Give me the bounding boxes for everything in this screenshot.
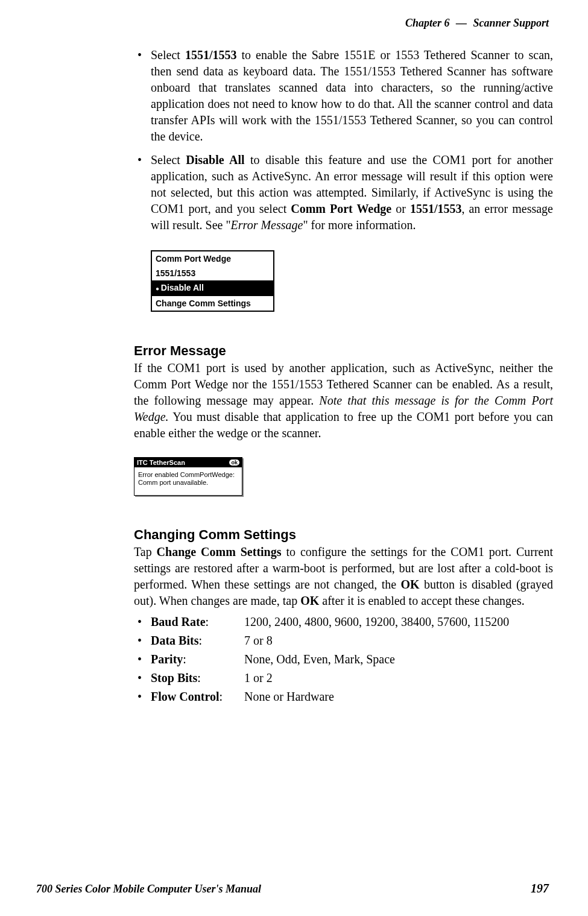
page-footer: 700 Series Color Mobile Computer User's … xyxy=(36,882,549,895)
setting-value: 1200, 2400, 4800, 9600, 19200, 38400, 57… xyxy=(244,613,553,631)
bold-1551-2: 1551/1553 xyxy=(410,202,462,215)
header-dash: — xyxy=(456,17,467,29)
label-text: Flow Control xyxy=(151,690,220,703)
footer-manual-title: 700 Series Color Mobile Computer User's … xyxy=(36,883,261,895)
bold-1551: 1551/1553 xyxy=(185,48,237,62)
label-text: Parity xyxy=(151,652,183,666)
dialog-title: ITC TetherScan xyxy=(137,459,185,466)
italic-error-message: Error Message xyxy=(231,218,303,232)
page-header: Chapter 6 — Scanner Support xyxy=(405,17,549,30)
bullet-disable-all: Select Disable All to disable this featu… xyxy=(134,152,553,233)
setting-label: Data Bits: xyxy=(151,631,244,650)
intro-bullets: Select 1551/1553 to enable the Sabre 155… xyxy=(134,47,553,233)
text: Select xyxy=(151,153,186,166)
bold-change-comm: Change Comm Settings xyxy=(157,545,282,558)
text: You must disable that application to fre… xyxy=(134,410,553,440)
settings-list: Baud Rate: 1200, 2400, 4800, 9600, 19200… xyxy=(134,613,553,706)
colon: : xyxy=(220,690,223,703)
setting-label: Flow Control: xyxy=(151,687,244,706)
setting-value: None, Odd, Even, Mark, Space xyxy=(244,650,553,669)
error-message-heading: Error Message xyxy=(134,343,553,359)
menu-item-change-comm: Change Comm Settings xyxy=(152,296,273,311)
label-text: Stop Bits xyxy=(151,671,197,684)
setting-label: Baud Rate: xyxy=(151,613,244,631)
setting-value: None or Hardware xyxy=(244,687,553,706)
text: Select xyxy=(151,48,185,62)
menu-item-comm-port-wedge: Comm Port Wedge xyxy=(152,251,273,266)
setting-value: 7 or 8 xyxy=(244,631,553,650)
changing-comm-heading: Changing Comm Settings xyxy=(134,527,553,543)
dialog-ok-button: ok xyxy=(229,460,239,466)
dialog-body: Error enabled CommPortWedge: Comm port u… xyxy=(134,467,242,495)
colon: : xyxy=(206,615,209,628)
setting-label: Stop Bits: xyxy=(151,669,244,687)
dialog-titlebar: ITC TetherScan ok xyxy=(134,458,242,467)
bold-comm-port-wedge: Comm Port Wedge xyxy=(291,202,391,215)
footer-page-number: 197 xyxy=(531,882,549,895)
menu-screenshot: Comm Port Wedge 1551/1553 Disable All Ch… xyxy=(151,250,274,312)
setting-stop-bits: Stop Bits: 1 or 2 xyxy=(134,669,553,687)
colon: : xyxy=(198,634,202,647)
setting-label: Parity: xyxy=(151,650,244,669)
main-content: Select 1551/1553 to enable the Sabre 155… xyxy=(134,47,553,706)
text: or xyxy=(391,202,410,215)
menu-item-1551: 1551/1553 xyxy=(152,266,273,280)
bold-disable-all: Disable All xyxy=(186,153,244,166)
chapter-title: Scanner Support xyxy=(473,17,549,29)
label-text: Baud Rate xyxy=(151,615,206,628)
text: after it is enabled to accept these chan… xyxy=(319,594,524,607)
setting-value: 1 or 2 xyxy=(244,669,553,687)
bold-ok-1: OK xyxy=(400,578,419,591)
error-message-paragraph: If the COM1 port is used by another appl… xyxy=(134,360,553,441)
setting-flow-control: Flow Control: None or Hardware xyxy=(134,687,553,706)
bold-ok-2: OK xyxy=(300,594,319,607)
menu-item-disable-all: Disable All xyxy=(152,280,273,295)
text: to enable the Sabre 1551E or 1553 Tether… xyxy=(151,48,553,143)
text: " for more information. xyxy=(303,218,416,232)
error-dialog-screenshot: ITC TetherScan ok Error enabled CommPort… xyxy=(134,457,242,496)
label-text: Data Bits xyxy=(151,634,198,647)
bullet-1551: Select 1551/1553 to enable the Sabre 155… xyxy=(134,47,553,145)
changing-comm-paragraph: Tap Change Comm Settings to configure th… xyxy=(134,544,553,609)
setting-data-bits: Data Bits: 7 or 8 xyxy=(134,631,553,650)
setting-baud-rate: Baud Rate: 1200, 2400, 4800, 9600, 19200… xyxy=(134,613,553,631)
text: Tap xyxy=(134,545,157,558)
setting-parity: Parity: None, Odd, Even, Mark, Space xyxy=(134,650,553,669)
chapter-label: Chapter 6 xyxy=(405,17,450,29)
colon: : xyxy=(183,652,186,666)
colon: : xyxy=(197,671,201,684)
